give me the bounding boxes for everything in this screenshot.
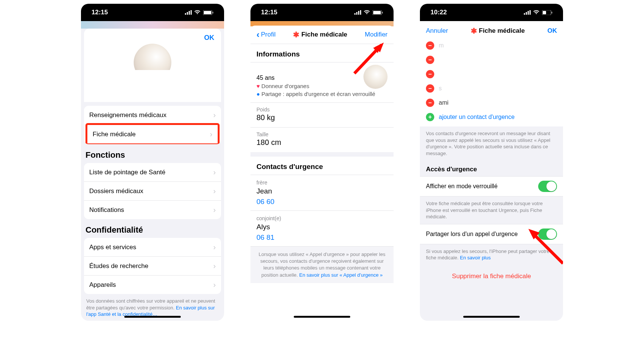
cellular-icon [354, 10, 361, 15]
svg-rect-19 [528, 11, 529, 15]
chevron-right-icon: › [213, 168, 216, 177]
battery-icon [203, 10, 214, 15]
cellular-icon [185, 10, 192, 15]
status-indicators [185, 10, 214, 15]
row-label: Liste de pointage de Santé [89, 169, 165, 176]
status-time: 12:15 [261, 9, 277, 16]
row-apps-services[interactable]: Apps et services › [84, 238, 221, 256]
nav-bar: ‹ Profil ✱ Fiche médicale Modifier [250, 26, 394, 44]
remove-icon[interactable]: – [426, 84, 434, 93]
add-icon[interactable]: + [426, 113, 434, 121]
height-block: Taille 180 cm [250, 128, 394, 157]
page-title: ✱ Fiche médicale [293, 31, 347, 38]
contact-row[interactable]: – m [420, 38, 563, 53]
chevron-right-icon: › [210, 130, 212, 139]
learn-more-link[interactable]: En savoir plus [460, 255, 491, 260]
battery-icon [372, 10, 383, 15]
weight-label: Poids [256, 107, 388, 113]
ok-button[interactable]: OK [204, 34, 214, 42]
contacts-footnote: Vos contacts d'urgence recevront un mess… [420, 126, 563, 160]
status-bar: 12:15 [250, 4, 394, 21]
contact-label: ami [439, 99, 449, 106]
delete-fiche-button[interactable]: Supprimer la fiche médicale [420, 265, 563, 290]
svg-rect-23 [551, 12, 552, 14]
contact-phone[interactable]: 06 60 [256, 198, 388, 206]
row-renseignements-medicaux[interactable]: Renseignements médicaux › [84, 106, 221, 124]
emergency-note: Lorsque vous utilisez « Appel d'urgence … [250, 247, 394, 283]
row-appareils[interactable]: Appareils › [84, 275, 221, 294]
screenshot-fiche-medicale-edit: 10:22 Annuler ✱ Fiche médicale OK – m – … [420, 4, 563, 321]
avatar [363, 65, 388, 89]
back-button[interactable]: ‹ Profil [256, 29, 276, 40]
contact-row[interactable]: – [420, 67, 563, 81]
profile-sheet: OK [84, 29, 221, 102]
switch-on-icon[interactable] [538, 228, 557, 240]
toggle-label: Afficher en mode verrouillé [426, 183, 497, 190]
status-time: 10:22 [430, 9, 447, 16]
wifi-icon [363, 10, 370, 15]
contact-row[interactable]: – ami [420, 96, 563, 110]
status-bar: 12:15 [81, 4, 224, 21]
contact-label [439, 71, 440, 78]
toggle2-footnote: Si vous appelez les secours, l'iPhone pe… [420, 244, 563, 265]
toggle-show-locked[interactable]: Afficher en mode verrouillé [420, 176, 563, 196]
height-value: 180 cm [256, 138, 388, 147]
svg-rect-18 [526, 12, 527, 15]
toggle1-footnote: Votre fiche médicale peut être consultée… [420, 196, 563, 224]
svg-rect-12 [373, 11, 381, 14]
contact-row[interactable]: – [420, 53, 563, 67]
status-bar: 10:22 [420, 4, 563, 21]
back-label: Profil [261, 31, 276, 38]
contact-label [439, 56, 440, 63]
row-fiche-medicale[interactable]: Fiche médicale › [87, 125, 218, 143]
contact-block: conjoint(e) Alys 06 81 [250, 211, 394, 247]
contact-name: Jean [256, 187, 388, 195]
contact-label: s [439, 85, 442, 92]
contact-phone[interactable]: 06 81 [256, 233, 388, 242]
status-time: 12:15 [92, 9, 108, 16]
contact-relation: frère [256, 180, 388, 186]
ok-button[interactable]: OK [548, 27, 557, 35]
remove-icon[interactable]: – [426, 41, 434, 50]
add-contact-row[interactable]: + ajouter un contact d'urgence [420, 110, 563, 124]
cancel-button[interactable]: Annuler [426, 27, 448, 35]
svg-rect-22 [543, 11, 546, 14]
learn-more-link[interactable]: En savoir plus sur « Appel d'urgence » [299, 272, 383, 278]
weight-block: Poids 80 kg [250, 103, 394, 128]
switch-on-icon[interactable] [538, 181, 557, 192]
toggle-share-emergency[interactable]: Partager lors d'un appel d'urgence [420, 224, 563, 244]
row-dossiers-medicaux[interactable]: Dossiers médicaux › [84, 181, 221, 200]
avatar-area [84, 42, 221, 87]
row-notifications[interactable]: Notifications › [84, 200, 221, 219]
row-label: Appareils [89, 281, 116, 289]
chevron-left-icon: ‹ [256, 29, 259, 40]
screenshot-profile-menu: 12:15 OK Renseignements médicaux › Fiche… [81, 4, 224, 321]
section-fonctions-title: Fonctions [81, 144, 224, 163]
home-indicator [124, 316, 181, 318]
share-text: Partage : appels d'urgence et écran verr… [260, 91, 375, 97]
height-label: Taille [256, 131, 388, 137]
toggle-label: Partager lors d'un appel d'urgence [426, 231, 518, 238]
header-contacts: Contacts d'urgence [250, 157, 394, 175]
chevron-right-icon: › [213, 111, 216, 119]
weight-value: 80 kg [256, 113, 388, 122]
contact-block: frère Jean 06 60 [250, 175, 394, 211]
remove-icon[interactable]: – [426, 56, 434, 64]
svg-rect-2 [189, 11, 190, 15]
check-circle-icon: ● [256, 91, 260, 97]
row-label: Dossiers médicaux [89, 187, 143, 195]
remove-icon[interactable]: – [426, 70, 434, 78]
contact-row[interactable]: – s [420, 81, 563, 96]
row-liste-pointage[interactable]: Liste de pointage de Santé › [84, 163, 221, 181]
page-title: ✱ Fiche médicale [471, 27, 525, 35]
row-etudes-recherche[interactable]: Études de recherche › [84, 256, 221, 275]
chevron-right-icon: › [213, 187, 216, 195]
svg-rect-0 [185, 13, 186, 15]
header-informations: Informations [250, 44, 394, 62]
modify-button[interactable]: Modifier [365, 31, 388, 38]
remove-icon[interactable]: – [426, 99, 434, 107]
section-confidentialite-title: Confidentialité [81, 219, 224, 238]
svg-rect-9 [358, 11, 359, 15]
heart-icon: ♥ [256, 83, 260, 89]
svg-rect-20 [530, 10, 531, 15]
